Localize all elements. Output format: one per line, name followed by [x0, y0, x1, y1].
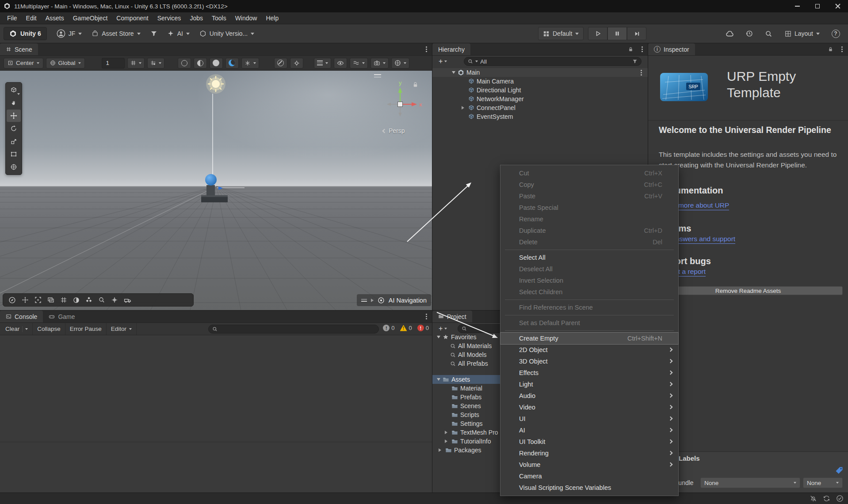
cluster-icon[interactable]: [85, 296, 92, 303]
menu-item[interactable]: Edit: [22, 12, 41, 24]
context-menu-item[interactable]: Video: [500, 402, 678, 413]
hierarchy-item[interactable]: NetworkManager: [432, 95, 648, 103]
layout-dropdown[interactable]: Layout: [780, 27, 824, 40]
context-menu-item[interactable]: Rendering: [500, 447, 678, 459]
menu-item[interactable]: Window: [231, 12, 262, 24]
expander-icon[interactable]: [371, 299, 374, 302]
collapse-toggle[interactable]: Collapse: [33, 323, 65, 335]
search-overlay-icon[interactable]: [98, 296, 105, 303]
expander-open-icon[interactable]: [452, 71, 455, 74]
camera-settings-dropdown[interactable]: [371, 58, 389, 68]
ai-navigation-overlay[interactable]: AI Navigation: [357, 294, 431, 306]
menu-item[interactable]: Services: [153, 12, 186, 24]
hierarchy-panel-menu-button[interactable]: [636, 43, 648, 55]
hand-tool[interactable]: [7, 97, 21, 109]
lighting-toggle[interactable]: [210, 58, 223, 68]
expander-open-icon[interactable]: [437, 378, 440, 381]
context-menu-item[interactable]: AI: [500, 424, 678, 436]
context-menu-item[interactable]: Select All: [500, 252, 678, 263]
context-menu-item[interactable]: 2D Object: [500, 344, 678, 356]
transform-tool[interactable]: [7, 161, 21, 173]
version-control-dropdown[interactable]: Unity Versio...: [199, 30, 254, 37]
step-button[interactable]: [627, 27, 646, 40]
snap-overlay-icon[interactable]: [111, 296, 118, 303]
unity-version-chip[interactable]: Unity 6: [4, 27, 47, 40]
draw-mode-toggle[interactable]: [178, 58, 191, 68]
asset-store-dropdown[interactable]: Asset Store: [92, 30, 140, 37]
minimize-button[interactable]: [787, 0, 807, 12]
grid-snapping-dropdown[interactable]: [127, 58, 145, 68]
search-button[interactable]: [761, 27, 777, 40]
scene-visibility-toggle[interactable]: [225, 58, 239, 68]
view-options-icon[interactable]: [8, 296, 16, 304]
layers-dropdown[interactable]: [314, 58, 331, 68]
tab-hierarchy[interactable]: Hierarchy: [432, 43, 470, 55]
tab-scene[interactable]: Scene: [0, 43, 38, 55]
expander-icon[interactable]: [445, 440, 447, 443]
frame-icon[interactable]: [34, 296, 42, 303]
hierarchy-scene-header[interactable]: Main: [432, 68, 648, 77]
expander-icon[interactable]: [462, 106, 464, 110]
menu-item[interactable]: Tools: [207, 12, 231, 24]
menu-item[interactable]: GameObject: [69, 12, 112, 24]
remove-readme-assets-button[interactable]: Remove Readme Assets: [653, 286, 843, 295]
add-asset-button[interactable]: +: [436, 324, 450, 333]
shaded-wireframe-toggle[interactable]: [194, 58, 207, 68]
hierarchy-item[interactable]: EventSystem: [432, 112, 648, 121]
context-menu-item[interactable]: 3D Object: [500, 356, 678, 367]
notifications-muted-icon[interactable]: [810, 495, 817, 502]
effects-dropdown[interactable]: [241, 58, 259, 68]
gizmo-lock-icon[interactable]: [412, 81, 419, 88]
lock-icon[interactable]: [825, 43, 836, 55]
error-count-badge[interactable]: ! 0: [417, 325, 429, 331]
filter-funnel-icon[interactable]: [632, 59, 638, 64]
playmode-config-dropdown[interactable]: Default: [538, 27, 584, 40]
move-overlay-icon[interactable]: [22, 296, 29, 303]
expander-icon[interactable]: [439, 448, 441, 452]
cache-sync-icon[interactable]: [823, 495, 830, 502]
console-split-divider[interactable]: [0, 442, 432, 442]
hierarchy-search-input[interactable]: All: [464, 57, 642, 66]
expander-open-icon[interactable]: [437, 336, 440, 338]
hierarchy-item[interactable]: Main Camera: [432, 77, 648, 86]
label-tag-icon[interactable]: [835, 466, 844, 475]
tool-handle-position-dropdown[interactable]: Center: [4, 58, 43, 68]
console-log-area[interactable]: [0, 335, 432, 493]
context-menu-item[interactable]: Light: [500, 379, 678, 390]
menu-item[interactable]: Jobs: [185, 12, 207, 24]
context-menu-item[interactable]: Create Empty Ctrl+Shift+N: [500, 333, 678, 344]
picking-toggle[interactable]: [290, 58, 303, 68]
perspective-label[interactable]: Persp: [383, 127, 405, 134]
menu-item[interactable]: File: [3, 12, 22, 24]
console-search-input[interactable]: [208, 325, 379, 333]
menu-item[interactable]: Help: [261, 12, 283, 24]
help-button[interactable]: ?: [828, 27, 844, 40]
editor-dropdown[interactable]: Editor: [107, 323, 137, 335]
tab-console[interactable]: Console: [0, 311, 43, 322]
maximize-button[interactable]: [807, 0, 828, 12]
close-button[interactable]: [828, 0, 848, 12]
asset-bundle-dropdown[interactable]: None: [700, 477, 800, 488]
context-menu-item[interactable]: Audio: [500, 390, 678, 402]
search-filter-button[interactable]: [150, 30, 157, 37]
tab-inspector[interactable]: i Inspector: [648, 43, 695, 55]
undo-history-button[interactable]: [741, 27, 757, 40]
cloud-button[interactable]: [722, 27, 738, 40]
add-gameobject-button[interactable]: +: [436, 57, 450, 66]
hierarchy-item[interactable]: Directional Light: [432, 86, 648, 95]
rect-tool[interactable]: [7, 148, 21, 160]
lock-icon[interactable]: [625, 43, 636, 55]
status-check-icon[interactable]: [836, 495, 844, 502]
scale-tool[interactable]: [7, 135, 21, 148]
context-menu-item[interactable]: Visual Scripting Scene Variables: [500, 482, 678, 493]
kebab-icon[interactable]: [641, 72, 642, 73]
play-button[interactable]: [588, 27, 607, 40]
console-panel-menu-button[interactable]: [420, 311, 432, 322]
menu-item[interactable]: Component: [112, 12, 153, 24]
context-menu-item[interactable]: UI Toolkit: [500, 436, 678, 447]
inspector-panel-menu-button[interactable]: [836, 43, 848, 55]
scene-panel-menu-button[interactable]: [420, 43, 432, 55]
move-tool[interactable]: [7, 110, 21, 122]
menu-item[interactable]: Assets: [41, 12, 69, 24]
expander-icon[interactable]: [445, 431, 447, 434]
